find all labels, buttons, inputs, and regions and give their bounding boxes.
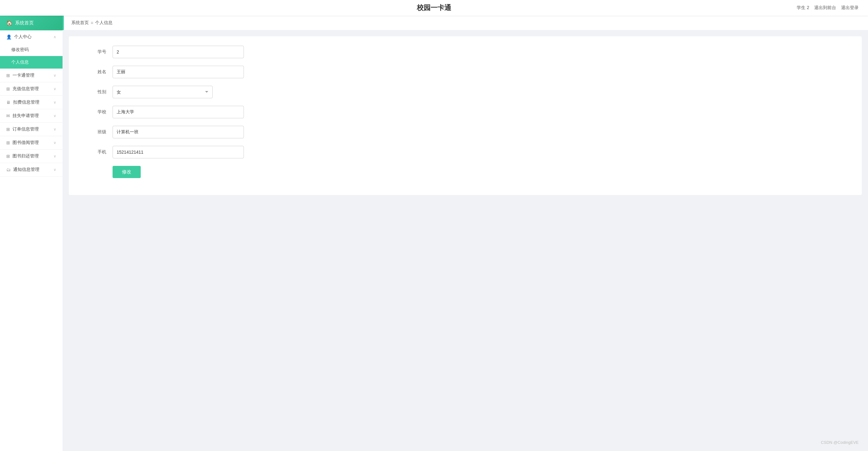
sidebar-section-header-notice[interactable]: 🗂 通知信息管理 ∨ [0,163,63,176]
sidebar-section-deduct: 🖥 扣费信息管理 ∨ [0,96,63,109]
section-deduct-label: 扣费信息管理 [13,100,39,105]
chevron-return: ∨ [54,154,56,158]
name-input[interactable] [113,66,244,78]
class-label: 班级 [88,129,106,135]
header: 校园一卡通 学生 2 退出到前台 退出登录 [0,0,868,16]
sidebar-section-header-personal[interactable]: 👤 个人中心 ∧ [0,30,63,44]
user-display: 学生 2 [797,5,809,11]
deduct-icon: 🖥 [6,100,11,105]
sidebar-home-label: 系统首页 [15,20,34,26]
sidebar-section-header-return[interactable]: ⊞ 图书归还管理 ∨ [0,150,63,163]
breadcrumb-sep: ≡ [91,20,93,25]
breadcrumb-home[interactable]: 系统首页 [71,20,89,26]
notice-icon: 🗂 [6,167,11,172]
form-row-gender: 性别 男 女 [88,86,843,98]
sidebar: 🏠 系统首页 👤 个人中心 ∧ 修改密码 个人信息 ⊞ [0,16,63,451]
section-lost-label: 挂失申请管理 [12,113,39,119]
sidebar-section-order: ⊞ 订单信息管理 ∨ [0,123,63,136]
sidebar-section-header-card[interactable]: ⊞ 一卡通管理 ∨ [0,69,63,82]
recharge-icon: ⊞ [6,86,10,91]
form-container: 学号 姓名 性别 男 女 学校 [69,36,862,195]
section-borrow-label: 图书借阅管理 [12,140,39,145]
submit-button[interactable]: 修改 [113,166,141,178]
sidebar-section-card: ⊞ 一卡通管理 ∨ [0,69,63,82]
form-row-class: 班级 [88,126,843,138]
form-row-student-id: 学号 [88,46,843,58]
sidebar-section-return: ⊞ 图书归还管理 ∨ [0,150,63,163]
btn-logout[interactable]: 退出登录 [841,5,859,11]
form-row-phone: 手机 [88,146,843,158]
layout: 🏠 系统首页 👤 个人中心 ∧ 修改密码 个人信息 ⊞ [0,16,868,451]
section-notice-label: 通知信息管理 [13,167,39,172]
section-recharge-label: 充值信息管理 [12,86,39,92]
person-icon: 👤 [6,34,11,39]
lost-icon: ✉ [6,113,10,118]
name-label: 姓名 [88,69,106,75]
section-order-label: 订单信息管理 [12,126,39,132]
form-row-school: 学校 [88,106,843,118]
chevron-borrow: ∨ [54,141,56,145]
phone-input[interactable] [113,146,244,158]
chevron-notice: ∨ [54,167,56,172]
return-icon: ⊞ [6,154,10,159]
header-right: 学生 2 退出到前台 退出登录 [797,5,859,11]
sidebar-section-header-deduct[interactable]: 🖥 扣费信息管理 ∨ [0,96,63,109]
section-personal-label: 个人中心 [14,34,32,40]
sidebar-home[interactable]: 🏠 系统首页 [0,16,63,30]
sidebar-section-borrow: ⊞ 图书借阅管理 ∨ [0,136,63,150]
class-input[interactable] [113,126,244,138]
sidebar-section-header-borrow[interactable]: ⊞ 图书借阅管理 ∨ [0,136,63,149]
sidebar-item-change-password[interactable]: 修改密码 [0,44,63,56]
form-row-name: 姓名 [88,66,843,78]
card-icon: ⊞ [6,73,10,78]
student-id-label: 学号 [88,49,106,55]
chevron-card: ∨ [54,73,56,78]
student-id-input[interactable] [113,46,244,58]
gender-select[interactable]: 男 女 [113,86,213,98]
chevron-order: ∨ [54,127,56,132]
section-card-label: 一卡通管理 [12,73,34,78]
chevron-recharge: ∨ [54,87,56,91]
order-icon: ⊞ [6,127,10,132]
chevron-lost: ∨ [54,114,56,118]
phone-label: 手机 [88,149,106,155]
sidebar-section-lost: ✉ 挂失申请管理 ∨ [0,109,63,123]
section-return-label: 图书归还管理 [12,153,39,159]
school-label: 学校 [88,109,106,115]
sidebar-section-recharge: ⊞ 充值信息管理 ∨ [0,82,63,96]
form-row-submit: 修改 [88,166,843,178]
home-icon: 🏠 [6,20,12,26]
gender-label: 性别 [88,89,106,95]
sidebar-section-notice: 🗂 通知信息管理 ∨ [0,163,63,176]
sidebar-item-personal-info[interactable]: 个人信息 [0,56,63,68]
sidebar-section-header-lost[interactable]: ✉ 挂失申请管理 ∨ [0,109,63,122]
school-input[interactable] [113,106,244,118]
main-content: 系统首页 ≡ 个人信息 学号 姓名 性别 男 女 [63,16,868,451]
chevron-deduct: ∨ [54,100,56,105]
sidebar-section-personal: 👤 个人中心 ∧ 修改密码 个人信息 [0,30,63,69]
chevron-personal: ∧ [54,35,56,39]
sidebar-section-header-order[interactable]: ⊞ 订单信息管理 ∨ [0,123,63,136]
borrow-icon: ⊞ [6,140,10,145]
header-title: 校园一卡通 [417,3,451,12]
breadcrumb-current: 个人信息 [95,20,113,26]
sidebar-section-header-recharge[interactable]: ⊞ 充值信息管理 ∨ [0,82,63,95]
breadcrumb: 系统首页 ≡ 个人信息 [63,16,868,30]
btn-front[interactable]: 退出到前台 [814,5,836,11]
